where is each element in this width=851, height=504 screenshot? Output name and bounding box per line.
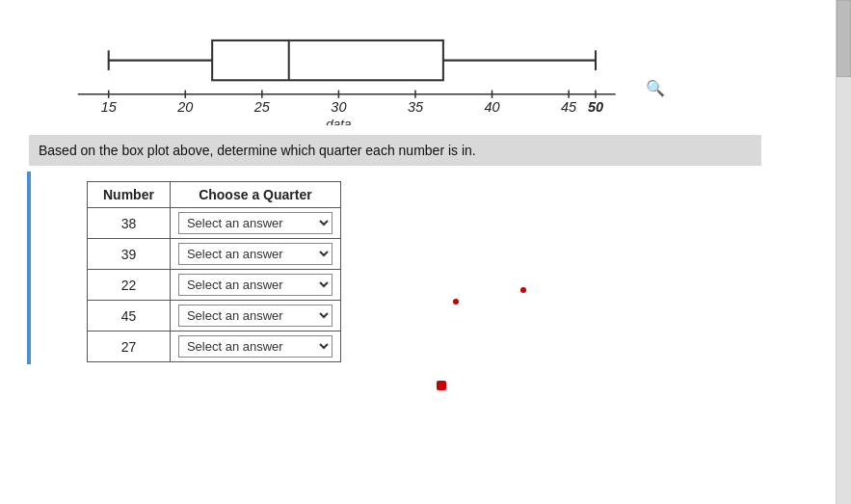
svg-text:50: 50 xyxy=(588,99,603,115)
svg-text:15: 15 xyxy=(101,99,118,115)
boxplot-container: 15 20 25 30 data 35 40 45 50 xyxy=(58,19,655,125)
svg-text:40: 40 xyxy=(484,99,499,115)
quarter-select[interactable]: Select an answerQuarter 1Quarter 2Quarte… xyxy=(178,335,332,358)
question-text: Based on the box plot above, determine w… xyxy=(29,135,761,166)
svg-text:35: 35 xyxy=(408,99,424,115)
quarter-table: Number Choose a Quarter 38Select an answ… xyxy=(87,181,341,362)
number-cell: 39 xyxy=(88,239,171,270)
svg-text:20: 20 xyxy=(176,99,193,115)
quarter-select-cell: Select an answerQuarter 1Quarter 2Quarte… xyxy=(170,332,340,362)
dot-1 xyxy=(453,299,459,305)
svg-rect-2 xyxy=(212,40,443,80)
col-quarter-header: Choose a Quarter xyxy=(170,182,340,208)
col-number-header: Number xyxy=(88,182,171,208)
page-wrapper: 15 20 25 30 data 35 40 45 50 xyxy=(0,0,851,382)
quarter-select-cell: Select an answerQuarter 1Quarter 2Quarte… xyxy=(170,270,340,301)
number-cell: 27 xyxy=(88,332,171,362)
table-row: 22Select an answerQuarter 1Quarter 2Quar… xyxy=(88,270,341,301)
dot-3 xyxy=(437,381,446,390)
left-accent-bar xyxy=(27,172,31,364)
svg-text:25: 25 xyxy=(253,99,271,115)
table-row: 27Select an answerQuarter 1Quarter 2Quar… xyxy=(88,332,341,362)
svg-text:45: 45 xyxy=(561,99,577,115)
dot-2 xyxy=(520,287,526,293)
table-wrapper: Number Choose a Quarter 38Select an answ… xyxy=(87,181,822,362)
table-row: 39Select an answerQuarter 1Quarter 2Quar… xyxy=(88,239,341,270)
quarter-select[interactable]: Select an answerQuarter 1Quarter 2Quarte… xyxy=(178,243,332,265)
quarter-select-cell: Select an answerQuarter 1Quarter 2Quarte… xyxy=(170,208,340,239)
table-row: 45Select an answerQuarter 1Quarter 2Quar… xyxy=(88,301,341,332)
quarter-select-cell: Select an answerQuarter 1Quarter 2Quarte… xyxy=(170,301,340,332)
scrollbar-thumb[interactable] xyxy=(837,0,851,77)
quarter-select-cell: Select an answerQuarter 1Quarter 2Quarte… xyxy=(170,239,340,270)
quarter-select[interactable]: Select an answerQuarter 1Quarter 2Quarte… xyxy=(178,305,332,327)
quarter-select[interactable]: Select an answerQuarter 1Quarter 2Quarte… xyxy=(178,212,332,234)
number-cell: 45 xyxy=(88,301,171,332)
number-cell: 38 xyxy=(88,208,171,239)
boxplot-svg: 15 20 25 30 data 35 40 45 50 xyxy=(58,19,655,125)
quarter-select[interactable]: Select an answerQuarter 1Quarter 2Quarte… xyxy=(178,274,332,296)
svg-text:data: data xyxy=(326,117,351,125)
number-cell: 22 xyxy=(88,270,171,301)
scrollbar[interactable] xyxy=(836,0,851,504)
svg-text:30: 30 xyxy=(331,99,346,115)
zoom-icon[interactable]: 🔍 xyxy=(646,79,665,97)
table-row: 38Select an answerQuarter 1Quarter 2Quar… xyxy=(88,208,341,239)
